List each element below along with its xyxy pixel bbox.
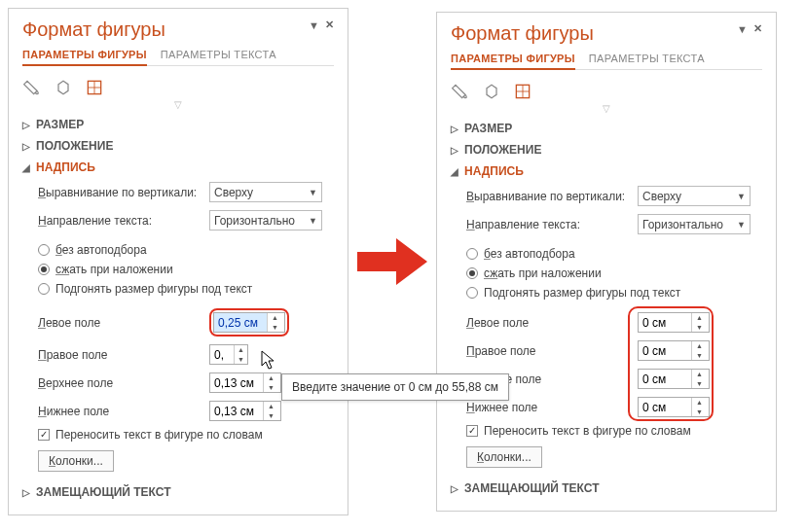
effects-icon[interactable] xyxy=(482,82,501,104)
chevron-down-icon: ▽ xyxy=(22,102,334,108)
bottom-margin-label: Нижнее поле xyxy=(466,401,632,414)
left-margin-input[interactable] xyxy=(214,313,267,332)
effects-icon[interactable] xyxy=(54,78,73,100)
left-margin-label: Левое поле xyxy=(38,316,203,330)
left-margin-spinner[interactable]: ▲▼ xyxy=(213,312,285,333)
category-icons xyxy=(451,78,762,106)
format-shape-panel-after: Формат фигуры ▼ ✕ ПАРАМЕТРЫ ФИГУРЫ ПАРАМ… xyxy=(436,12,777,512)
autofit-shrink-radio[interactable]: сжать при наложении xyxy=(22,260,334,279)
top-margin-spinner[interactable]: ▲▼ xyxy=(209,372,281,393)
panel-title: Формат фигуры xyxy=(22,18,165,41)
section-textbox[interactable]: ◢НАДПИСЬ xyxy=(22,157,334,178)
section-size[interactable]: ▷РАЗМЕР xyxy=(451,118,762,139)
section-position[interactable]: ▷ПОЛОЖЕНИЕ xyxy=(22,135,334,157)
valign-select[interactable]: Сверху▼ xyxy=(638,186,751,206)
autofit-none-radio[interactable]: без автоподбора xyxy=(451,244,762,264)
wrap-checkbox[interactable]: ✓ xyxy=(466,425,478,437)
section-alttext[interactable]: ▷ЗАМЕЩАЮЩИЙ ТЕКСТ xyxy=(22,481,334,503)
fill-icon[interactable] xyxy=(22,78,42,100)
tabs: ПАРАМЕТРЫ ФИГУРЫ ПАРАМЕТРЫ ТЕКСТА xyxy=(451,51,762,70)
spin-down-icon[interactable]: ▼ xyxy=(268,323,282,333)
right-margin-input[interactable] xyxy=(210,345,234,364)
size-props-icon[interactable] xyxy=(85,78,104,100)
close-icon[interactable]: ✕ xyxy=(325,18,334,31)
wrap-checkbox[interactable]: ✓ xyxy=(38,429,50,441)
category-icons xyxy=(22,74,334,102)
panel-title: Формат фигуры xyxy=(451,22,594,45)
valign-select[interactable]: Сверху▼ xyxy=(209,182,322,202)
direction-select[interactable]: Горизонтально▼ xyxy=(209,210,322,231)
top-margin-input[interactable] xyxy=(210,373,263,392)
bottom-margin-label: Нижнее поле xyxy=(38,405,203,418)
columns-button[interactable]: Колонки... xyxy=(466,446,542,468)
chevron-down-icon: ▼ xyxy=(309,216,317,226)
highlight-ring: ▲▼ xyxy=(209,308,289,337)
right-margin-input[interactable] xyxy=(639,341,691,360)
tabs: ПАРАМЕТРЫ ФИГУРЫ ПАРАМЕТРЫ ТЕКСТА xyxy=(22,47,334,66)
section-alttext[interactable]: ▷ЗАМЕЩАЮЩИЙ ТЕКСТ xyxy=(451,478,762,499)
section-size[interactable]: ▷РАЗМЕР xyxy=(22,114,334,135)
section-position[interactable]: ▷ПОЛОЖЕНИЕ xyxy=(451,139,762,160)
tab-shape-options[interactable]: ПАРАМЕТРЫ ФИГУРЫ xyxy=(22,47,147,66)
right-margin-label: Правое поле xyxy=(466,344,632,358)
bottom-margin-spinner[interactable]: ▲▼ xyxy=(638,397,710,417)
right-margin-spinner[interactable]: ▲▼ xyxy=(638,340,710,361)
close-icon[interactable]: ✕ xyxy=(753,22,762,35)
autofit-resize-radio[interactable]: Подгонять размер фигуры под текст xyxy=(451,283,762,302)
autofit-shrink-radio[interactable]: сжать при наложении xyxy=(451,264,762,283)
direction-label: Направление текста: xyxy=(38,214,203,228)
top-margin-label: Верхнее поле xyxy=(38,376,203,390)
valign-label: Выравнивание по вертикали: xyxy=(38,186,203,199)
left-margin-input[interactable] xyxy=(639,313,691,332)
chevron-down-icon: ▽ xyxy=(451,106,762,112)
tab-text-options[interactable]: ПАРАМЕТРЫ ТЕКСТА xyxy=(589,51,705,69)
arrow-icon xyxy=(348,234,436,289)
columns-button[interactable]: Колонки... xyxy=(38,450,114,472)
bottom-margin-input[interactable] xyxy=(210,402,263,420)
panel-options-icon[interactable]: ▼ xyxy=(737,23,748,35)
fill-icon[interactable] xyxy=(451,82,470,104)
bottom-margin-input[interactable] xyxy=(639,398,691,416)
right-margin-spinner[interactable]: ▲▼ xyxy=(209,344,248,365)
top-margin-input[interactable] xyxy=(639,370,691,388)
section-textbox[interactable]: ◢НАДПИСЬ xyxy=(451,160,762,182)
panel-options-icon[interactable]: ▼ xyxy=(309,19,319,31)
cursor-icon xyxy=(260,349,277,373)
left-margin-spinner[interactable]: ▲▼ xyxy=(638,312,710,333)
bottom-margin-spinner[interactable]: ▲▼ xyxy=(209,401,281,421)
direction-label: Направление текста: xyxy=(466,218,632,231)
right-margin-label: Правое поле xyxy=(38,348,203,362)
spin-up-icon[interactable]: ▲ xyxy=(268,313,282,323)
top-margin-spinner[interactable]: ▲▼ xyxy=(638,369,710,389)
tab-shape-options[interactable]: ПАРАМЕТРЫ ФИГУРЫ xyxy=(451,51,575,70)
valign-label: Выравнивание по вертикали: xyxy=(466,190,632,203)
autofit-none-radio[interactable]: без автоподбора xyxy=(22,240,334,260)
format-shape-panel-before: Формат фигуры ▼ ✕ ПАРАМЕТРЫ ФИГУРЫ ПАРАМ… xyxy=(8,8,348,515)
left-margin-label: Левое поле xyxy=(466,316,632,330)
wrap-checkbox-row[interactable]: ✓Переносить текст в фигуре по словам xyxy=(451,421,762,441)
wrap-checkbox-row[interactable]: ✓Переносить текст в фигуре по словам xyxy=(22,425,334,444)
autofit-resize-radio[interactable]: Подгонять размер фигуры под текст xyxy=(22,279,334,299)
tab-text-options[interactable]: ПАРАМЕТРЫ ТЕКСТА xyxy=(161,47,276,65)
chevron-down-icon: ▼ xyxy=(309,188,317,197)
direction-select[interactable]: Горизонтально▼ xyxy=(638,214,751,234)
size-props-icon[interactable] xyxy=(513,82,532,104)
tooltip: Введите значение от 0 см до 55,88 см xyxy=(281,373,509,401)
